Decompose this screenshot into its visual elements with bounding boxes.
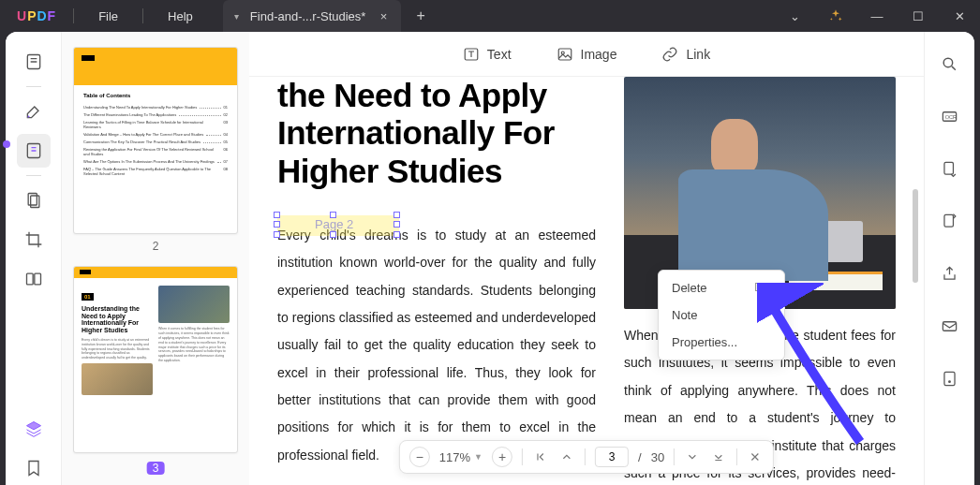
first-page-button[interactable]: [532, 450, 549, 463]
highlighter-tool[interactable]: [17, 95, 51, 128]
print-button[interactable]: [933, 361, 967, 395]
app-logo: UPDF: [0, 8, 73, 23]
toc-title: Table of Contents: [74, 85, 237, 102]
titlebar-dropdown[interactable]: ⌄: [774, 9, 815, 23]
prev-page-button[interactable]: [558, 450, 575, 463]
svg-rect-6: [26, 273, 33, 285]
search-icon: [941, 55, 958, 73]
tab-title: Find-and-...r-Studies*: [250, 9, 366, 23]
share-icon: [941, 265, 958, 283]
document-paragraph-left: Every child's dreams is to study at an e…: [277, 222, 596, 470]
selection-handle[interactable]: [274, 231, 280, 238]
selection-handle[interactable]: [393, 221, 400, 228]
scrollbar[interactable]: [913, 189, 918, 283]
svg-line-12: [952, 66, 956, 69]
selection-handle[interactable]: [330, 231, 336, 238]
svg-rect-7: [34, 273, 40, 285]
image-icon: [557, 46, 573, 63]
svg-rect-15: [944, 162, 954, 174]
chapter-badge: 01: [82, 293, 94, 301]
convert-button[interactable]: [933, 152, 967, 185]
ocr-icon: OCR: [941, 108, 958, 125]
page-sep: /: [638, 450, 642, 464]
tab-chevron-icon: ▾: [234, 11, 239, 22]
text-tool-button[interactable]: Text: [463, 46, 512, 63]
right-toolbar: OCR: [924, 32, 974, 485]
thumbnail-number-active: 3: [147, 462, 165, 475]
tab-close-button[interactable]: ×: [377, 9, 390, 23]
crop-tool[interactable]: [17, 223, 51, 257]
zoom-page-bar: − 117% ▼ + / 30: [399, 440, 774, 474]
thumbnail-page-3[interactable]: 01 Understanding the Need to Apply Inter…: [73, 266, 238, 453]
window-close-button[interactable]: ✕: [939, 9, 980, 23]
thumbnail-number: 2: [73, 240, 238, 253]
menu-file[interactable]: File: [74, 9, 142, 23]
svg-rect-9: [558, 49, 572, 60]
svg-point-11: [943, 58, 953, 66]
svg-rect-16: [944, 214, 954, 227]
edit-text-tool[interactable]: [17, 134, 51, 168]
zoom-out-button[interactable]: −: [409, 447, 430, 467]
bookmark-tool[interactable]: [17, 451, 51, 485]
page-label-handle[interactable]: Page 2: [315, 217, 353, 231]
email-button[interactable]: [933, 309, 967, 343]
thumbnail-panel: Table of Contents Understanding The Need…: [62, 32, 249, 485]
ai-assistant-button[interactable]: [823, 3, 849, 29]
reader-tool[interactable]: [17, 45, 51, 79]
sparkle-icon: [828, 8, 843, 23]
print-icon: [941, 370, 958, 388]
document-tab[interactable]: ▾ Find-and-...r-Studies* ×: [223, 0, 402, 32]
selection-handle[interactable]: [274, 221, 280, 228]
edit-toolbar: Text Image Link: [249, 32, 924, 77]
ocr-button[interactable]: OCR: [933, 99, 967, 133]
last-page-button[interactable]: [710, 450, 727, 463]
selection-handle[interactable]: [393, 212, 400, 218]
text-icon: [463, 46, 480, 63]
export-icon: [941, 213, 958, 230]
layers-tool[interactable]: [17, 412, 51, 446]
link-icon: [661, 46, 678, 63]
page-tool[interactable]: [17, 184, 51, 217]
page-number-input[interactable]: [595, 447, 629, 467]
page-total: 30: [651, 450, 664, 464]
zoom-in-button[interactable]: +: [492, 447, 512, 467]
selection-handle[interactable]: [330, 212, 336, 218]
compare-tool[interactable]: [17, 262, 51, 296]
chapter-title: Understanding the Need to Apply Internat…: [82, 305, 153, 334]
convert-icon: [941, 160, 958, 178]
zoom-level[interactable]: 117% ▼: [439, 450, 483, 464]
image-tool-button[interactable]: Image: [557, 46, 617, 63]
thumbnail-page-2[interactable]: Table of Contents Understanding The Need…: [73, 47, 238, 234]
window-maximize-button[interactable]: ☐: [898, 9, 939, 23]
indicator-dot: [3, 140, 10, 148]
selection-handle[interactable]: [393, 231, 400, 238]
titlebar: UPDF File Help ▾ Find-and-...r-Studies* …: [0, 0, 980, 32]
next-page-button[interactable]: [684, 450, 701, 463]
window-minimize-button[interactable]: —: [856, 9, 898, 23]
share-button[interactable]: [933, 257, 967, 290]
svg-rect-17: [943, 321, 956, 331]
left-toolbar: [6, 32, 62, 485]
svg-text:OCR: OCR: [945, 113, 957, 119]
link-tool-button[interactable]: Link: [661, 46, 710, 63]
new-tab-button[interactable]: +: [401, 7, 439, 24]
mail-icon: [941, 317, 958, 335]
export-button[interactable]: [933, 204, 967, 238]
svg-rect-18: [944, 372, 955, 385]
annotation-arrow: [757, 283, 879, 461]
svg-point-19: [949, 380, 951, 382]
app-body: Table of Contents Understanding The Need…: [6, 32, 974, 485]
document-heading: the Need to Apply Internationally For Hi…: [277, 77, 596, 190]
main-area: Text Image Link the Need to Apply Intern…: [249, 32, 924, 485]
selection-handle[interactable]: [274, 212, 280, 218]
search-button[interactable]: [933, 47, 967, 81]
menu-help[interactable]: Help: [143, 9, 217, 23]
